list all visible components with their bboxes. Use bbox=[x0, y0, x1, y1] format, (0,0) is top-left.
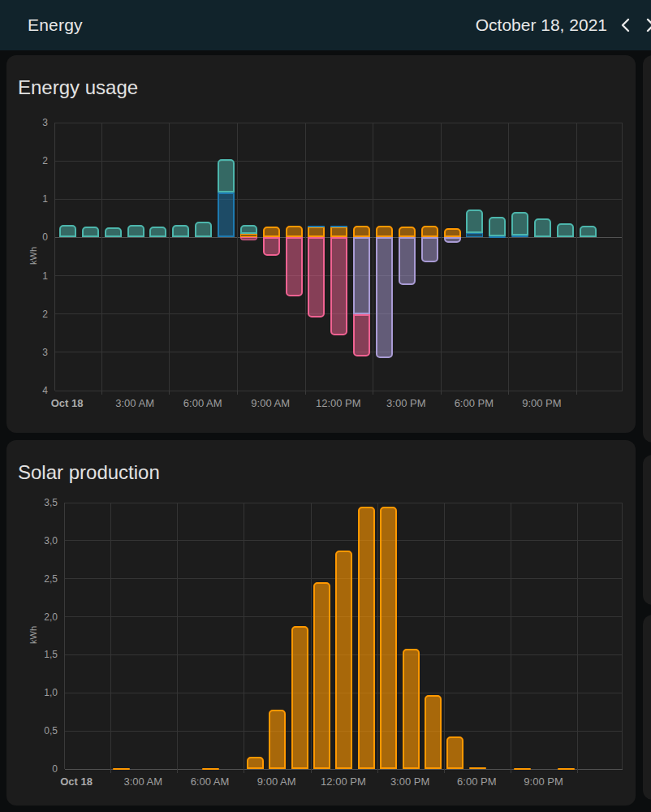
x-axis-tick-label: 6:00 AM bbox=[177, 775, 242, 788]
adjacent-card-partial bbox=[643, 615, 651, 800]
bar-segment[interactable] bbox=[353, 314, 370, 356]
bar-segment[interactable] bbox=[421, 237, 438, 262]
bar-segment[interactable] bbox=[308, 226, 325, 227]
bar-segment[interactable] bbox=[446, 736, 463, 769]
y-axis-tick-label: 3,5 bbox=[17, 496, 58, 509]
next-day-button[interactable] bbox=[638, 9, 651, 41]
bar-segment[interactable] bbox=[557, 223, 574, 238]
bar-segment[interactable] bbox=[514, 768, 531, 770]
bar-segment[interactable] bbox=[380, 507, 397, 769]
gridline bbox=[577, 503, 578, 769]
bar-segment[interactable] bbox=[466, 209, 483, 233]
bar-segment[interactable] bbox=[353, 226, 370, 237]
bar-segment[interactable] bbox=[308, 227, 325, 237]
gridline bbox=[55, 199, 623, 200]
bar-segment[interactable] bbox=[240, 225, 257, 233]
axis-tick bbox=[177, 769, 178, 773]
x-axis-tick-label: Oct 18 bbox=[35, 397, 100, 409]
bar-segment[interactable] bbox=[489, 217, 506, 237]
bar-segment[interactable] bbox=[403, 649, 420, 769]
bar-segment[interactable] bbox=[263, 237, 280, 255]
axis-tick bbox=[377, 769, 378, 773]
bar-segment[interactable] bbox=[218, 192, 235, 237]
bar-segment[interactable] bbox=[172, 225, 189, 237]
energy-usage-chart[interactable]: 32101234Oct 183:00 AM6:00 AM9:00 AM12:00… bbox=[6, 55, 636, 433]
bar-segment[interactable] bbox=[59, 225, 76, 237]
gridline bbox=[65, 540, 623, 541]
gridline bbox=[622, 123, 623, 391]
y-axis-tick-label: 2 bbox=[7, 154, 48, 167]
bar-segment[interactable] bbox=[330, 226, 347, 227]
bar-segment[interactable] bbox=[358, 507, 375, 769]
x-axis-tick-label: 9:00 PM bbox=[509, 397, 574, 409]
bar-segment[interactable] bbox=[330, 237, 347, 335]
y-axis-tick-label: 4 bbox=[7, 384, 48, 397]
bar-segment[interactable] bbox=[444, 228, 461, 238]
energy-usage-card: Energy usage 32101234Oct 183:00 AM6:00 A… bbox=[6, 55, 636, 433]
bar-segment[interactable] bbox=[195, 222, 212, 238]
bar-segment[interactable] bbox=[335, 551, 352, 769]
y-axis-tick-label: 2,0 bbox=[17, 611, 58, 624]
bar-segment[interactable] bbox=[511, 212, 528, 235]
axis-tick bbox=[444, 769, 445, 773]
bar-segment[interactable] bbox=[286, 237, 303, 296]
bar-segment[interactable] bbox=[580, 226, 597, 238]
bar-segment[interactable] bbox=[127, 225, 144, 238]
axis-tick bbox=[305, 391, 306, 395]
y-axis-tick-label: 2,5 bbox=[17, 572, 58, 585]
bar-segment[interactable] bbox=[421, 226, 438, 237]
y-axis-tick-label: 1 bbox=[7, 192, 48, 205]
adjacent-card-partial bbox=[643, 55, 651, 443]
y-axis-tick-label: 3 bbox=[7, 346, 48, 359]
axis-tick bbox=[169, 391, 170, 395]
bar-segment[interactable] bbox=[105, 227, 122, 238]
bar-segment[interactable] bbox=[218, 159, 235, 192]
bar-segment[interactable] bbox=[313, 582, 330, 769]
bar-segment[interactable] bbox=[269, 710, 286, 769]
bar-segment[interactable] bbox=[511, 235, 528, 237]
page-title: Energy bbox=[28, 15, 83, 35]
bar-segment[interactable] bbox=[113, 768, 130, 770]
axis-tick bbox=[508, 391, 509, 395]
bar-segment[interactable] bbox=[247, 757, 264, 769]
chevron-right-icon bbox=[640, 15, 651, 35]
y-axis-tick-label: 2 bbox=[7, 308, 48, 321]
bar-segment[interactable] bbox=[263, 227, 280, 237]
bar-segment[interactable] bbox=[291, 626, 308, 769]
bar-segment[interactable] bbox=[149, 227, 166, 237]
plot-area bbox=[54, 123, 623, 391]
bar-segment[interactable] bbox=[489, 236, 506, 238]
y-axis-tick-label: 3 bbox=[7, 116, 48, 129]
bar-segment[interactable] bbox=[466, 233, 483, 238]
bar-segment[interactable] bbox=[558, 768, 575, 770]
gridline bbox=[444, 503, 445, 769]
bar-segment[interactable] bbox=[376, 237, 393, 358]
gridline bbox=[55, 123, 623, 123]
bar-segment[interactable] bbox=[399, 227, 416, 237]
gridline bbox=[237, 123, 238, 391]
bar-segment[interactable] bbox=[469, 767, 486, 769]
bar-segment[interactable] bbox=[202, 768, 219, 770]
x-axis-tick-label: 12:00 PM bbox=[311, 775, 376, 788]
chevron-left-icon bbox=[616, 15, 636, 35]
axis-tick bbox=[373, 391, 373, 395]
bar-segment[interactable] bbox=[444, 237, 461, 243]
bar-segment[interactable] bbox=[399, 237, 416, 285]
gridline bbox=[55, 391, 623, 391]
solar-production-chart[interactable]: 3,53,02,52,01,51,00,50Oct 183:00 AM6:00 … bbox=[6, 440, 636, 806]
bar-segment[interactable] bbox=[376, 226, 393, 237]
previous-day-button[interactable] bbox=[614, 9, 638, 41]
x-axis-tick-label: 3:00 AM bbox=[110, 775, 175, 788]
bar-segment[interactable] bbox=[286, 226, 303, 237]
app-header: Energy October 18, 2021 bbox=[0, 0, 651, 50]
bar-segment[interactable] bbox=[82, 227, 99, 237]
bar-segment[interactable] bbox=[353, 237, 370, 313]
x-axis-tick-label: 3:00 PM bbox=[373, 397, 438, 409]
bar-segment[interactable] bbox=[240, 237, 257, 240]
bar-segment[interactable] bbox=[330, 227, 347, 237]
gridline bbox=[373, 123, 373, 391]
bar-segment[interactable] bbox=[425, 695, 442, 769]
gridline bbox=[55, 352, 623, 352]
bar-segment[interactable] bbox=[534, 218, 551, 237]
bar-segment[interactable] bbox=[308, 237, 325, 317]
